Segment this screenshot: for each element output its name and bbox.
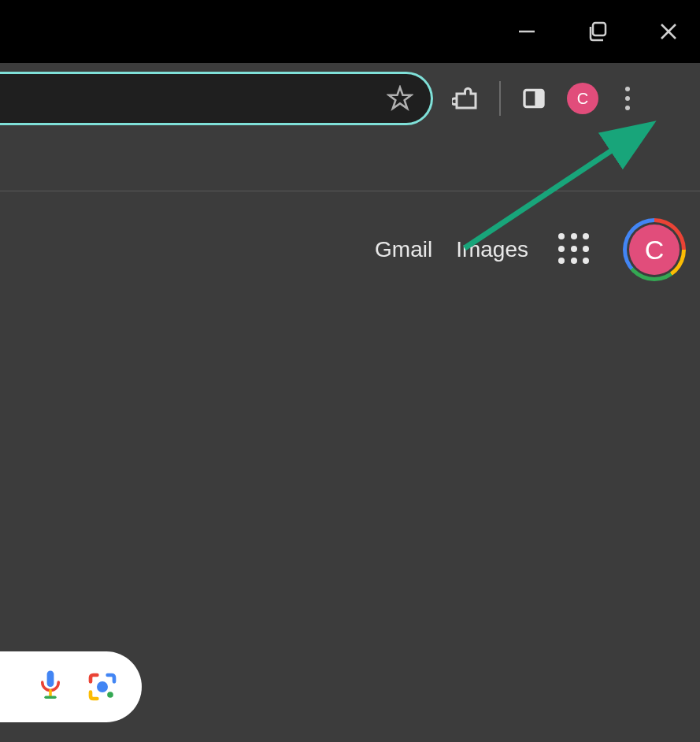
svg-rect-5: [535, 90, 543, 106]
search-actions-pill: [0, 651, 142, 722]
extensions-button[interactable]: [450, 83, 482, 114]
minimize-button[interactable]: [511, 16, 543, 47]
profile-avatar-small[interactable]: C: [567, 83, 598, 114]
minimize-icon: [517, 21, 537, 42]
close-icon: [658, 21, 679, 42]
header-divider: [0, 191, 700, 191]
close-button[interactable]: [653, 16, 684, 47]
more-menu-button[interactable]: [616, 83, 639, 114]
profile-letter-large: C: [645, 235, 665, 265]
svg-point-10: [97, 681, 108, 692]
images-link[interactable]: Images: [456, 237, 528, 262]
extensions-icon: [452, 84, 480, 113]
more-dots-icon: [625, 87, 630, 91]
voice-search-button[interactable]: [36, 670, 65, 704]
address-bar[interactable]: [0, 72, 433, 125]
browser-toolbar: C: [0, 63, 700, 134]
lens-search-button[interactable]: [87, 671, 118, 703]
maximize-button[interactable]: [582, 16, 613, 47]
gmail-link[interactable]: Gmail: [375, 237, 432, 262]
profile-avatar-large[interactable]: C: [623, 218, 686, 281]
toolbar-divider: [499, 81, 501, 116]
bookmark-star-icon[interactable]: [387, 85, 413, 112]
google-apps-button[interactable]: [558, 233, 591, 266]
window-titlebar: [0, 0, 700, 63]
maximize-icon: [587, 20, 609, 43]
sidepanel-button[interactable]: [518, 83, 550, 114]
google-header-links: Gmail Images C: [0, 199, 700, 281]
svg-rect-6: [47, 670, 54, 687]
sidepanel-icon: [521, 86, 546, 111]
svg-point-9: [107, 692, 113, 698]
profile-letter-small: C: [577, 90, 588, 108]
apps-grid-icon: [558, 233, 565, 239]
svg-rect-1: [593, 23, 606, 35]
